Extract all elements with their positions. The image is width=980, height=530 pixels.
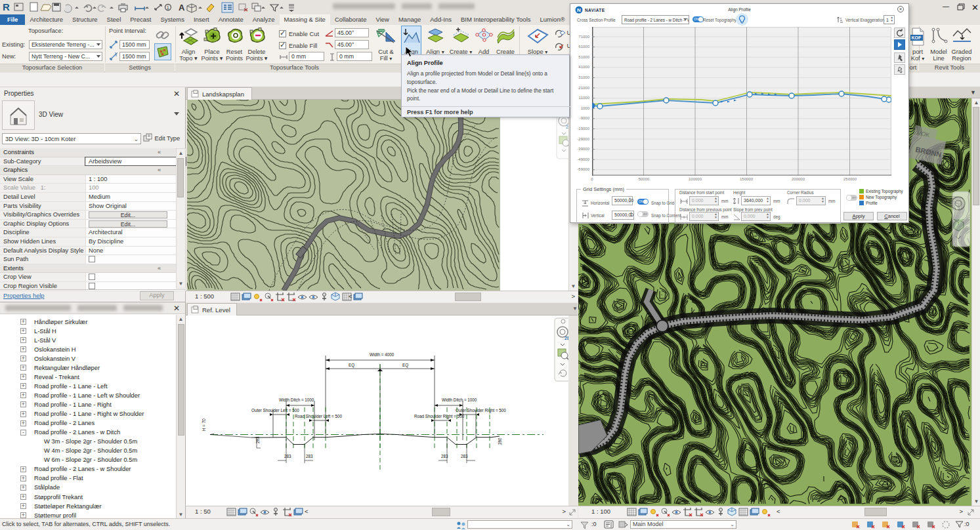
svg-text:Width = 4000: Width = 4000 bbox=[370, 352, 394, 357]
svg-text:H = 70: H = 70 bbox=[202, 418, 206, 431]
svg-text:Width Ditch = 1000: Width Ditch = 1000 bbox=[279, 398, 314, 402]
svg-text:1: 1 bbox=[167, 5, 170, 10]
svg-text:Road Shoulder Left = 500: Road Shoulder Left = 500 bbox=[295, 414, 342, 418]
svg-text:280: 280 bbox=[498, 438, 502, 445]
svg-text:283: 283 bbox=[441, 454, 448, 459]
svg-text:283: 283 bbox=[461, 454, 468, 459]
svg-text:EQ: EQ bbox=[402, 363, 408, 368]
svg-text:283: 283 bbox=[284, 454, 291, 459]
svg-text:2D: 2D bbox=[565, 336, 568, 340]
svg-text:283: 283 bbox=[306, 454, 313, 459]
svg-text:A: A bbox=[179, 3, 185, 12]
svg-text:EQ: EQ bbox=[349, 363, 354, 368]
svg-text:Outer Shoulder Left = 500: Outer Shoulder Left = 500 bbox=[251, 408, 299, 413]
svg-text:283: 283 bbox=[255, 436, 260, 443]
svg-text:Outer Shoulder Right = 500: Outer Shoulder Right = 500 bbox=[456, 408, 506, 413]
svg-text:Width Ditch = 1000: Width Ditch = 1000 bbox=[442, 398, 477, 402]
svg-text:KOF: KOF bbox=[912, 35, 922, 40]
svg-text:R: R bbox=[3, 1, 10, 12]
